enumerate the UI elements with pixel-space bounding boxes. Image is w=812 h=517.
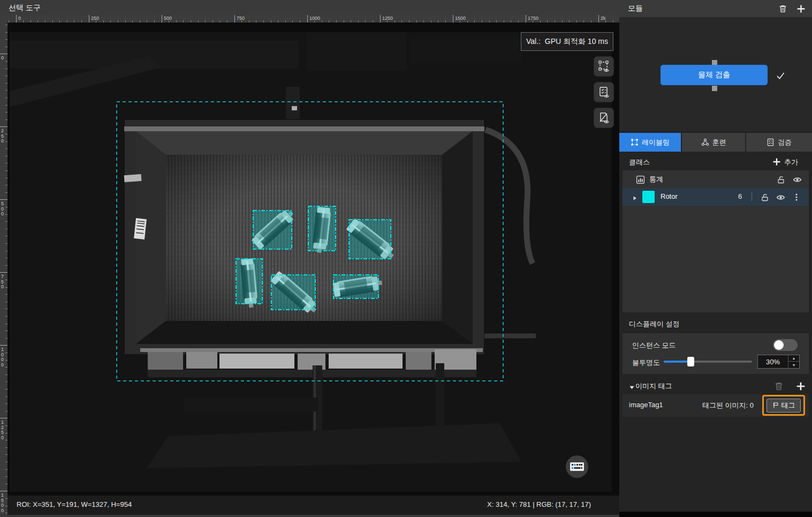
class-row-rotor[interactable]: Rotor 6	[623, 188, 809, 206]
tag-name: imageTag1	[629, 401, 663, 409]
lock-all-button[interactable]	[775, 174, 787, 185]
detection-box[interactable]	[236, 259, 262, 304]
roi-status: ROI: X=351, Y=191, W=1327, H=954	[17, 500, 132, 508]
eye-icon	[793, 175, 802, 184]
module-title: 모듈	[628, 4, 643, 13]
window-bottom-edge	[619, 512, 812, 517]
class-name: Rotor	[661, 192, 678, 200]
add-class-button[interactable]	[771, 156, 783, 168]
tab-labeling-label: 레이블링	[642, 138, 670, 147]
instance-count: 6	[738, 192, 742, 200]
class-color-swatch[interactable]	[642, 191, 655, 203]
object-detection-node[interactable]: 물체 검출	[661, 65, 768, 85]
spin-up-button[interactable]: ▲	[788, 355, 799, 362]
add-module-button[interactable]	[795, 3, 807, 14]
instance-mode-toggle[interactable]	[773, 339, 798, 351]
expand-caret-icon[interactable]	[629, 192, 641, 204]
app-window: 선택 도구 025050075010001250150017502k 02505…	[0, 0, 812, 517]
label-list-visibility-icon	[597, 86, 610, 99]
show-all-button[interactable]	[791, 174, 803, 185]
plus-icon	[796, 4, 806, 13]
tooltip-text: Val.: GPU 최적화 10 ms	[526, 37, 608, 47]
flag-icon	[772, 402, 779, 409]
bin-crate	[124, 119, 484, 355]
opacity-slider[interactable]	[664, 361, 752, 363]
image-tags-title: 이미지 태그	[635, 381, 672, 391]
module-header: 모듈	[619, 0, 812, 17]
value-tooltip: Val.: GPU 최적화 10 ms	[521, 32, 613, 51]
spin-down-button[interactable]: ▼	[788, 362, 799, 368]
tagged-count: 태그된 이미지: 0	[702, 401, 754, 410]
vertical-ruler: 0250500750100012501500	[0, 23, 7, 517]
node-valid-check-icon	[775, 70, 786, 83]
mask-visibility-icon	[597, 111, 610, 124]
lock-class-button[interactable]	[759, 191, 771, 203]
delete-tag-button[interactable]	[773, 380, 785, 392]
detection-box[interactable]	[349, 220, 391, 259]
module-panel: 모듈 물체 검출	[619, 0, 812, 512]
class-list: 통계 Roto	[623, 170, 809, 312]
show-mask-button[interactable]	[594, 108, 614, 128]
class-menu-button[interactable]	[791, 191, 802, 203]
shortcut-keyboard-button[interactable]	[566, 455, 588, 478]
slider-fill	[664, 361, 690, 363]
validation-icon	[767, 138, 775, 146]
tab-training[interactable]: 훈련	[682, 133, 745, 152]
show-labels-button[interactable]	[594, 82, 614, 102]
eye-icon	[776, 193, 785, 202]
detection-box[interactable]	[271, 275, 315, 310]
add-class-label[interactable]: 추가	[784, 158, 798, 167]
lock-open-icon	[761, 193, 769, 201]
add-tag-button[interactable]	[795, 380, 807, 392]
module-graph: 물체 검출	[619, 17, 812, 132]
show-boxes-button[interactable]	[594, 56, 614, 77]
camera-image	[7, 23, 619, 496]
training-icon	[701, 138, 709, 146]
detection-box[interactable]	[253, 211, 292, 249]
tab-labeling[interactable]: 레이블링	[619, 133, 681, 152]
horizontal-ruler: 025050075010001250150017502k	[7, 15, 619, 23]
plus-icon	[772, 158, 781, 166]
trash-icon	[774, 381, 784, 391]
class-section-title: 클래스	[629, 158, 650, 167]
cursor-status: X: 314, Y: 781 | RGB: (17, 17, 17)	[487, 500, 591, 508]
divider	[752, 192, 752, 201]
bounding-box-visibility-icon	[597, 60, 610, 73]
statistics-row[interactable]: 통계	[623, 170, 809, 188]
tag-button-label: 태그	[781, 401, 795, 410]
toolbar-title: 선택 도구	[9, 3, 41, 12]
workflow-tabs: 레이블링 훈련 검증	[619, 133, 812, 152]
kebab-menu-icon	[792, 193, 801, 201]
show-class-button[interactable]	[775, 191, 786, 203]
display-settings-title: 디스플레이 설정	[629, 319, 680, 329]
statistics-icon	[634, 174, 646, 185]
instance-mode-label: 인스턴스 모드	[632, 341, 676, 350]
opacity-label: 불투명도	[632, 358, 660, 368]
tab-validation-label: 검증	[778, 138, 792, 147]
image-tag-row[interactable]: imageTag1 태그된 이미지: 0 태그	[623, 394, 809, 417]
detection-box[interactable]	[308, 206, 336, 251]
plus-icon	[796, 381, 806, 391]
detection-box[interactable]	[333, 275, 378, 298]
keyboard-icon	[570, 461, 585, 472]
bottom-edge	[0, 515, 619, 517]
slider-knob[interactable]	[687, 357, 694, 366]
labeling-icon	[631, 138, 639, 146]
opacity-spinbox[interactable]: 30% ▲ ▼	[757, 355, 800, 369]
image-canvas[interactable]: Val.: GPU 최적화 10 ms	[7, 23, 619, 496]
status-bar: ROI: X=351, Y=191, W=1327, H=954 X: 314,…	[7, 496, 619, 515]
tag-button-highlight: 태그	[762, 395, 805, 416]
ruler-corner	[0, 15, 7, 23]
delete-module-button[interactable]	[777, 3, 788, 14]
lock-open-icon	[777, 175, 785, 184]
display-settings-box: 인스턴스 모드 불투명도 30% ▲ ▼	[623, 333, 809, 374]
toggle-knob	[774, 340, 784, 350]
toolbar: 선택 도구	[0, 0, 619, 15]
opacity-value: 30%	[758, 358, 788, 366]
tag-button[interactable]: 태그	[767, 399, 801, 413]
spinner-arrows: ▲ ▼	[788, 355, 799, 368]
tab-validation[interactable]: 검증	[746, 133, 812, 152]
trash-icon	[778, 4, 787, 13]
statistics-label: 통계	[649, 175, 663, 184]
node-output-port[interactable]	[712, 86, 717, 91]
